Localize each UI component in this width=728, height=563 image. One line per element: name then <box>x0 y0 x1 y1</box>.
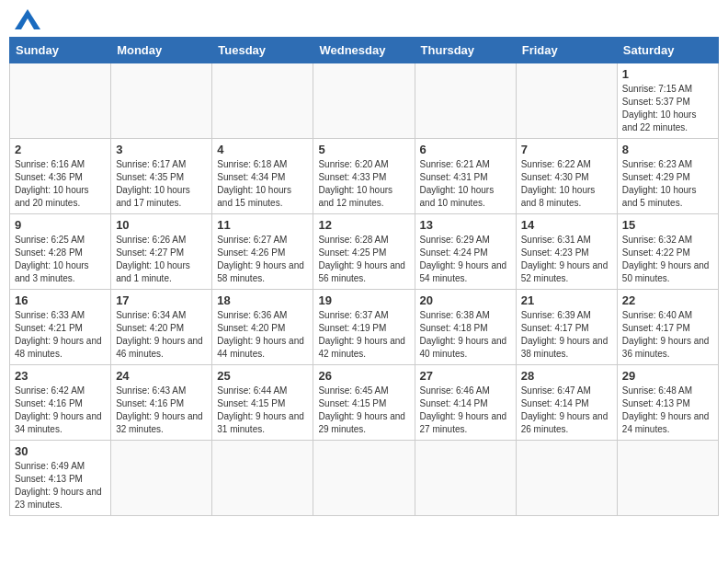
calendar-cell <box>415 441 516 516</box>
calendar-cell: 19Sunrise: 6:37 AM Sunset: 4:19 PM Dayli… <box>313 290 415 365</box>
calendar-cell: 22Sunrise: 6:40 AM Sunset: 4:17 PM Dayli… <box>617 290 718 365</box>
calendar-cell: 27Sunrise: 6:46 AM Sunset: 4:14 PM Dayli… <box>415 365 516 441</box>
day-number: 3 <box>116 143 207 156</box>
weekday-header-thursday: Thursday <box>415 38 516 63</box>
calendar-cell: 7Sunrise: 6:22 AM Sunset: 4:30 PM Daylig… <box>516 139 617 214</box>
calendar-week-row: 1Sunrise: 7:15 AM Sunset: 5:37 PM Daylig… <box>10 63 719 139</box>
day-info: Sunrise: 6:38 AM Sunset: 4:18 PM Dayligh… <box>420 309 511 361</box>
day-number: 13 <box>420 218 511 232</box>
day-info: Sunrise: 6:39 AM Sunset: 4:17 PM Dayligh… <box>521 309 612 361</box>
day-info: Sunrise: 6:26 AM Sunset: 4:27 PM Dayligh… <box>116 234 207 285</box>
day-number: 17 <box>116 293 207 307</box>
day-info: Sunrise: 6:20 AM Sunset: 4:33 PM Dayligh… <box>318 158 409 210</box>
day-number: 20 <box>420 293 511 307</box>
calendar-cell: 28Sunrise: 6:47 AM Sunset: 4:14 PM Dayli… <box>516 365 617 441</box>
day-info: Sunrise: 6:37 AM Sunset: 4:19 PM Dayligh… <box>318 309 409 361</box>
weekday-header-saturday: Saturday <box>617 38 718 63</box>
day-info: Sunrise: 6:23 AM Sunset: 4:29 PM Dayligh… <box>622 158 713 210</box>
calendar-cell <box>415 63 516 139</box>
calendar-cell: 12Sunrise: 6:28 AM Sunset: 4:25 PM Dayli… <box>313 214 415 290</box>
calendar-cell: 2Sunrise: 6:16 AM Sunset: 4:36 PM Daylig… <box>10 139 111 214</box>
day-number: 21 <box>521 293 612 307</box>
calendar-cell: 1Sunrise: 7:15 AM Sunset: 5:37 PM Daylig… <box>617 63 718 139</box>
day-number: 24 <box>116 369 207 383</box>
calendar-week-row: 2Sunrise: 6:16 AM Sunset: 4:36 PM Daylig… <box>10 139 719 214</box>
calendar-cell <box>111 63 212 139</box>
logo-icon <box>15 9 40 29</box>
day-info: Sunrise: 6:29 AM Sunset: 4:24 PM Dayligh… <box>420 234 511 285</box>
day-number: 11 <box>217 218 308 232</box>
day-info: Sunrise: 7:15 AM Sunset: 5:37 PM Dayligh… <box>622 83 713 134</box>
calendar-cell: 3Sunrise: 6:17 AM Sunset: 4:35 PM Daylig… <box>111 139 212 214</box>
day-info: Sunrise: 6:33 AM Sunset: 4:21 PM Dayligh… <box>15 309 106 361</box>
weekday-header-monday: Monday <box>111 38 212 63</box>
calendar-cell <box>617 441 718 516</box>
calendar-cell: 4Sunrise: 6:18 AM Sunset: 4:34 PM Daylig… <box>212 139 313 214</box>
logo <box>13 9 40 29</box>
day-number: 8 <box>622 143 713 156</box>
calendar-cell <box>10 63 111 139</box>
calendar-cell: 30Sunrise: 6:49 AM Sunset: 4:13 PM Dayli… <box>10 441 111 516</box>
calendar-cell: 8Sunrise: 6:23 AM Sunset: 4:29 PM Daylig… <box>617 139 718 214</box>
calendar-cell: 18Sunrise: 6:36 AM Sunset: 4:20 PM Dayli… <box>212 290 313 365</box>
calendar-week-row: 16Sunrise: 6:33 AM Sunset: 4:21 PM Dayli… <box>10 290 719 365</box>
day-number: 27 <box>420 369 511 383</box>
day-number: 10 <box>116 218 207 232</box>
calendar-cell: 14Sunrise: 6:31 AM Sunset: 4:23 PM Dayli… <box>516 214 617 290</box>
calendar-cell: 26Sunrise: 6:45 AM Sunset: 4:15 PM Dayli… <box>313 365 415 441</box>
calendar-week-row: 9Sunrise: 6:25 AM Sunset: 4:28 PM Daylig… <box>10 214 719 290</box>
day-info: Sunrise: 6:25 AM Sunset: 4:28 PM Dayligh… <box>15 234 106 285</box>
day-number: 25 <box>217 369 308 383</box>
day-number: 29 <box>622 369 713 383</box>
calendar-cell: 16Sunrise: 6:33 AM Sunset: 4:21 PM Dayli… <box>10 290 111 365</box>
day-number: 28 <box>521 369 612 383</box>
page-header <box>9 9 719 29</box>
day-number: 14 <box>521 218 612 232</box>
day-number: 19 <box>318 293 409 307</box>
weekday-header-tuesday: Tuesday <box>212 38 313 63</box>
day-info: Sunrise: 6:44 AM Sunset: 4:15 PM Dayligh… <box>217 385 308 436</box>
weekday-header-sunday: Sunday <box>10 38 111 63</box>
weekday-header-row: SundayMondayTuesdayWednesdayThursdayFrid… <box>10 38 719 63</box>
calendar-cell: 21Sunrise: 6:39 AM Sunset: 4:17 PM Dayli… <box>516 290 617 365</box>
day-info: Sunrise: 6:45 AM Sunset: 4:15 PM Dayligh… <box>318 385 409 436</box>
day-number: 23 <box>15 369 106 383</box>
calendar-cell: 25Sunrise: 6:44 AM Sunset: 4:15 PM Dayli… <box>212 365 313 441</box>
day-info: Sunrise: 6:22 AM Sunset: 4:30 PM Dayligh… <box>521 158 612 210</box>
calendar-cell: 15Sunrise: 6:32 AM Sunset: 4:22 PM Dayli… <box>617 214 718 290</box>
calendar-cell <box>212 441 313 516</box>
calendar-cell: 23Sunrise: 6:42 AM Sunset: 4:16 PM Dayli… <box>10 365 111 441</box>
calendar-cell <box>111 441 212 516</box>
day-info: Sunrise: 6:40 AM Sunset: 4:17 PM Dayligh… <box>622 309 713 361</box>
day-info: Sunrise: 6:16 AM Sunset: 4:36 PM Dayligh… <box>15 158 106 210</box>
day-info: Sunrise: 6:42 AM Sunset: 4:16 PM Dayligh… <box>15 385 106 436</box>
calendar-cell: 5Sunrise: 6:20 AM Sunset: 4:33 PM Daylig… <box>313 139 415 214</box>
day-number: 4 <box>217 143 308 156</box>
calendar-cell <box>516 441 617 516</box>
calendar-cell: 17Sunrise: 6:34 AM Sunset: 4:20 PM Dayli… <box>111 290 212 365</box>
day-number: 2 <box>15 143 106 156</box>
day-info: Sunrise: 6:36 AM Sunset: 4:20 PM Dayligh… <box>217 309 308 361</box>
calendar-cell <box>516 63 617 139</box>
day-number: 15 <box>622 218 713 232</box>
day-number: 12 <box>318 218 409 232</box>
day-number: 26 <box>318 369 409 383</box>
weekday-header-wednesday: Wednesday <box>313 38 415 63</box>
calendar-cell: 29Sunrise: 6:48 AM Sunset: 4:13 PM Dayli… <box>617 365 718 441</box>
day-info: Sunrise: 6:31 AM Sunset: 4:23 PM Dayligh… <box>521 234 612 285</box>
calendar-week-row: 30Sunrise: 6:49 AM Sunset: 4:13 PM Dayli… <box>10 441 719 516</box>
calendar-cell: 24Sunrise: 6:43 AM Sunset: 4:16 PM Dayli… <box>111 365 212 441</box>
day-info: Sunrise: 6:32 AM Sunset: 4:22 PM Dayligh… <box>622 234 713 285</box>
calendar-cell: 10Sunrise: 6:26 AM Sunset: 4:27 PM Dayli… <box>111 214 212 290</box>
day-info: Sunrise: 6:17 AM Sunset: 4:35 PM Dayligh… <box>116 158 207 210</box>
calendar-cell: 11Sunrise: 6:27 AM Sunset: 4:26 PM Dayli… <box>212 214 313 290</box>
calendar-cell: 20Sunrise: 6:38 AM Sunset: 4:18 PM Dayli… <box>415 290 516 365</box>
calendar-cell: 6Sunrise: 6:21 AM Sunset: 4:31 PM Daylig… <box>415 139 516 214</box>
day-info: Sunrise: 6:48 AM Sunset: 4:13 PM Dayligh… <box>622 385 713 436</box>
day-number: 18 <box>217 293 308 307</box>
day-number: 16 <box>15 293 106 307</box>
calendar-cell: 9Sunrise: 6:25 AM Sunset: 4:28 PM Daylig… <box>10 214 111 290</box>
day-number: 22 <box>622 293 713 307</box>
calendar-cell <box>212 63 313 139</box>
day-info: Sunrise: 6:34 AM Sunset: 4:20 PM Dayligh… <box>116 309 207 361</box>
